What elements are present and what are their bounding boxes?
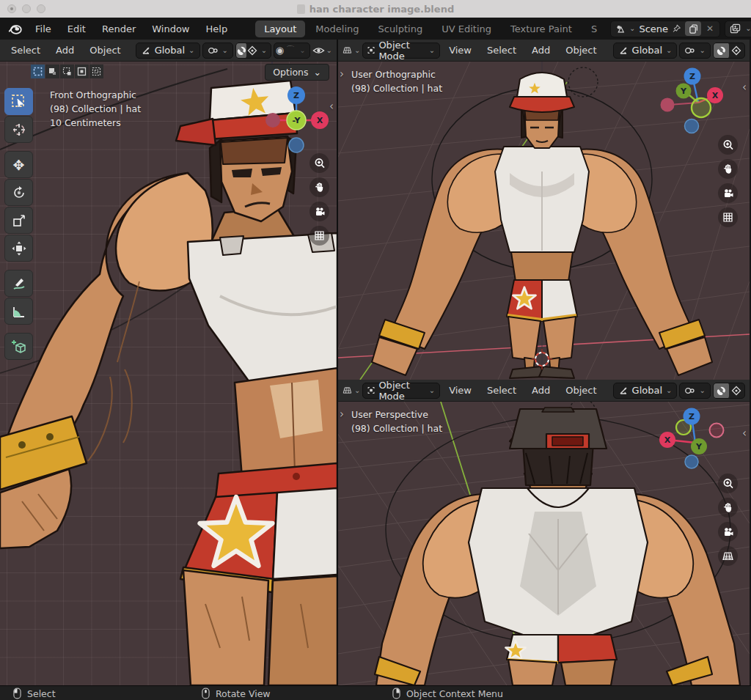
- chevron-down-icon[interactable]: ⌄: [354, 386, 360, 394]
- pan-hand-button[interactable]: [718, 498, 738, 517]
- zoom-button[interactable]: [718, 474, 738, 493]
- rt-menu-view[interactable]: View: [442, 43, 478, 58]
- tab-modeling[interactable]: Modeling: [307, 21, 367, 37]
- editor-type-icon[interactable]: [342, 45, 352, 56]
- tab-uv-editing[interactable]: UV Editing: [433, 21, 500, 37]
- chevron-down-icon[interactable]: ⌄: [296, 46, 309, 54]
- camera-view-button[interactable]: [718, 183, 738, 203]
- tool-move[interactable]: ✥: [4, 151, 33, 178]
- camera-view-button[interactable]: [718, 522, 738, 542]
- rt-snap-magnet-toggle[interactable]: [714, 43, 729, 59]
- tool-rotate[interactable]: [4, 179, 33, 206]
- pan-hand-button[interactable]: [309, 177, 329, 197]
- delete-scene-icon[interactable]: ✕: [705, 23, 715, 34]
- menu-help[interactable]: Help: [199, 21, 235, 37]
- blender-logo-icon[interactable]: [7, 21, 23, 37]
- editor-type-icon[interactable]: [342, 385, 352, 396]
- left-mouse-button-icon: [13, 688, 21, 699]
- rt-snap-target-dropdown[interactable]: [729, 43, 744, 59]
- menu-render[interactable]: Render: [95, 21, 143, 37]
- menu-edit[interactable]: Edit: [60, 21, 93, 37]
- scene-icon: [615, 23, 626, 34]
- rb-menu-select[interactable]: Select: [480, 383, 523, 398]
- pin-icon[interactable]: [672, 23, 681, 34]
- rb-mode-dropdown[interactable]: Object Mode ⌄: [362, 383, 440, 399]
- toggle-ortho-button[interactable]: [718, 207, 738, 227]
- axis-neg-x[interactable]: [661, 98, 675, 112]
- axis-neg-x[interactable]: [710, 424, 724, 438]
- snap-magnet-toggle[interactable]: [236, 43, 246, 59]
- zoom-button[interactable]: [718, 135, 738, 155]
- navigation-gizmo[interactable]: Z X Y: [657, 408, 730, 481]
- menu-select[interactable]: Select: [4, 43, 47, 58]
- rt-menu-select[interactable]: Select: [480, 43, 523, 58]
- menu-file[interactable]: File: [28, 21, 59, 37]
- snap-target-dropdown[interactable]: [246, 43, 257, 59]
- sidebar-toggle-arrow[interactable]: ‹: [329, 100, 334, 113]
- viewport-front-ortho[interactable]: Options ⌄ Front Orthographic (98) Collec…: [0, 62, 337, 685]
- tool-transform[interactable]: [4, 235, 33, 262]
- viewport-user-ortho[interactable]: User Orthographic (98) Collection | hat …: [338, 62, 750, 380]
- select-mode-intersect[interactable]: [89, 65, 103, 78]
- tool-cursor[interactable]: [4, 116, 33, 143]
- navigation-gizmo[interactable]: Z -Y X: [258, 84, 334, 160]
- show-gizmo-eye-icon[interactable]: [312, 45, 325, 56]
- toggle-persp-button[interactable]: [718, 546, 738, 566]
- tool-measure[interactable]: [4, 298, 33, 325]
- rb-orientation-dropdown[interactable]: Global ⌄: [613, 383, 678, 399]
- viewlayer-selector[interactable]: ⌄ ViewLayer: [725, 21, 751, 37]
- tab-sculpting[interactable]: Sculpting: [369, 21, 431, 37]
- select-mode-new[interactable]: [45, 65, 59, 78]
- rb-menu-add[interactable]: Add: [525, 383, 557, 398]
- toggle-ortho-button[interactable]: [309, 226, 329, 246]
- axis-neg-x[interactable]: [265, 113, 280, 128]
- chevron-down-icon[interactable]: ⌄: [257, 46, 271, 54]
- proportional-edit-toggle[interactable]: ◉: [274, 43, 285, 59]
- tool-select-box[interactable]: [4, 88, 33, 115]
- axis-neg-z[interactable]: [685, 455, 698, 468]
- menu-object[interactable]: Object: [83, 43, 127, 58]
- sidebar-toggle-arrow[interactable]: ‹: [742, 81, 747, 94]
- new-scene-button[interactable]: [685, 21, 701, 36]
- chevron-down-icon[interactable]: ⌄: [326, 46, 332, 54]
- tool-add-primitive[interactable]: [4, 333, 33, 360]
- axis-neg-y[interactable]: [692, 98, 711, 117]
- rt-menu-add[interactable]: Add: [525, 43, 557, 58]
- snapping-group: ⌄: [235, 43, 271, 59]
- sidebar-toggle-arrow[interactable]: ‹: [742, 427, 747, 440]
- navigation-gizmo[interactable]: Z Y X: [657, 66, 730, 139]
- menu-add[interactable]: Add: [49, 43, 81, 58]
- sidebar-toggle-arrow[interactable]: ›: [340, 408, 344, 421]
- tab-shading-truncated[interactable]: S: [582, 21, 606, 37]
- rb-menu-view[interactable]: View: [442, 383, 478, 398]
- options-button[interactable]: Options ⌄: [265, 64, 329, 81]
- proportional-falloff-dropdown[interactable]: ⌒: [285, 43, 296, 59]
- select-mode-tweak[interactable]: [31, 65, 45, 78]
- rt-pivot-dropdown[interactable]: ⌄: [679, 43, 710, 59]
- sidebar-toggle-arrow[interactable]: ›: [340, 67, 344, 81]
- rt-orientation-dropdown[interactable]: Global ⌄: [613, 43, 678, 59]
- camera-view-button[interactable]: [309, 202, 329, 221]
- rt-mode-dropdown[interactable]: Object Mode ⌄: [362, 43, 440, 59]
- tab-texture-paint[interactable]: Texture Paint: [502, 21, 581, 37]
- rb-snap-target-dropdown[interactable]: [729, 383, 744, 399]
- axis-neg-z[interactable]: [685, 119, 699, 133]
- viewport-user-perspective[interactable]: User Perspective (98) Collection | hat ›…: [338, 402, 750, 685]
- rt-menu-object[interactable]: Object: [559, 43, 603, 58]
- rb-menu-object[interactable]: Object: [559, 383, 603, 398]
- transform-orientation-dropdown[interactable]: Global ⌄: [136, 43, 200, 59]
- pivot-point-dropdown[interactable]: ⌄: [202, 43, 233, 59]
- rb-snap-magnet-toggle[interactable]: [714, 383, 729, 399]
- scene-selector[interactable]: ⌄ Scene ✕: [610, 21, 720, 37]
- axis-neg-z[interactable]: [289, 138, 304, 152]
- select-mode-extend[interactable]: [60, 65, 74, 78]
- menu-window[interactable]: Window: [144, 21, 197, 37]
- zoom-button[interactable]: [309, 153, 329, 173]
- tool-annotate[interactable]: [4, 270, 33, 297]
- rb-pivot-dropdown[interactable]: ⌄: [679, 383, 710, 399]
- select-mode-subtract[interactable]: [75, 65, 89, 78]
- tool-scale[interactable]: [4, 207, 33, 234]
- tab-layout[interactable]: Layout: [255, 21, 305, 37]
- chevron-down-icon[interactable]: ⌄: [354, 46, 360, 54]
- pan-hand-button[interactable]: [718, 159, 738, 179]
